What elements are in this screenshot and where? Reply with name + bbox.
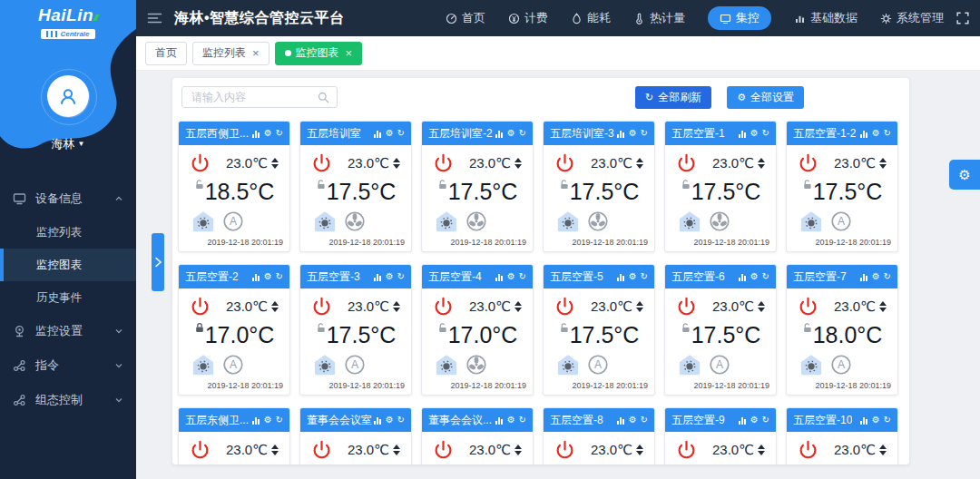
step-down-icon[interactable] [271,451,279,455]
chart-icon[interactable] [374,273,382,281]
step-down-icon[interactable] [514,451,522,455]
refresh-icon[interactable]: ↻ [397,129,405,138]
power-button[interactable] [312,297,331,316]
tab-home[interactable]: 首页 [145,42,187,65]
refresh-all-button[interactable]: ↻ 全部刷新 [635,86,711,109]
chart-icon[interactable] [739,130,747,138]
chart-icon[interactable] [495,130,504,138]
nav-item-base-data[interactable]: 基础数据 [794,10,858,26]
nav-item-central-control[interactable]: 集控 [708,6,771,30]
sidebar-item-device-info[interactable]: 设备信息 [0,181,136,216]
step-up-icon[interactable] [271,158,279,162]
nav-item-energy[interactable]: 能耗 [571,10,611,26]
step-down-icon[interactable] [879,308,887,312]
step-up-icon[interactable] [758,445,765,449]
tab-monitor-charts[interactable]: 监控图表× [275,42,363,65]
gear-icon[interactable]: ⚙ [507,272,515,281]
power-button[interactable] [555,297,574,316]
chart-icon[interactable] [860,273,868,281]
setpoint-stepper[interactable] [636,445,643,455]
step-up-icon[interactable] [393,301,400,306]
nav-item-home[interactable]: 首页 [446,10,485,26]
gear-icon[interactable]: ⚙ [264,129,272,138]
power-button[interactable] [312,440,331,459]
refresh-icon[interactable]: ↻ [397,272,405,281]
setpoint-stepper[interactable] [514,158,522,169]
step-up-icon[interactable] [393,158,400,162]
step-down-icon[interactable] [514,164,522,169]
panel-settings-button[interactable]: ⚙ [949,160,980,190]
gear-icon[interactable]: ⚙ [386,272,394,281]
setpoint-stepper[interactable] [879,301,887,312]
step-up-icon[interactable] [758,158,765,162]
power-button[interactable] [434,297,453,316]
refresh-icon[interactable]: ↻ [884,415,891,425]
chart-icon[interactable] [739,416,747,425]
setpoint-stepper[interactable] [758,445,765,455]
sidebar-item-monitor-settings[interactable]: 监控设置 [0,314,136,348]
refresh-icon[interactable]: ↻ [641,129,648,138]
setpoint-stepper[interactable] [514,301,522,312]
refresh-icon[interactable]: ↻ [762,129,769,138]
refresh-icon[interactable]: ↻ [641,415,648,425]
power-button[interactable] [677,153,696,172]
step-down-icon[interactable] [758,164,765,169]
fullscreen-icon[interactable] [956,12,969,24]
step-up-icon[interactable] [636,301,643,306]
step-down-icon[interactable] [393,164,400,169]
chart-icon[interactable] [617,273,625,281]
step-up-icon[interactable] [271,445,279,449]
gear-icon[interactable]: ⚙ [507,415,515,425]
step-down-icon[interactable] [271,308,279,312]
chart-icon[interactable] [252,130,260,138]
setpoint-stepper[interactable] [758,301,765,312]
gear-icon[interactable]: ⚙ [264,415,272,425]
hamburger-icon[interactable] [147,11,162,25]
gear-icon[interactable]: ⚙ [264,272,272,281]
setpoint-stepper[interactable] [879,445,887,455]
power-button[interactable] [555,440,574,459]
step-down-icon[interactable] [879,164,887,169]
chart-icon[interactable] [860,130,868,138]
gear-icon[interactable]: ⚙ [629,415,637,425]
step-down-icon[interactable] [879,451,887,455]
power-button[interactable] [434,153,453,172]
chart-icon[interactable] [860,416,868,425]
sidebar-item-commands[interactable]: 指令 [0,348,136,383]
power-button[interactable] [555,153,574,172]
chart-icon[interactable] [374,416,382,425]
sidebar-item-history-events[interactable]: 历史事件 [0,281,136,314]
power-button[interactable] [191,440,210,459]
refresh-icon[interactable]: ↻ [276,415,283,425]
chart-icon[interactable] [739,273,747,281]
nav-item-billing[interactable]: 计费 [508,10,548,26]
step-up-icon[interactable] [514,158,522,162]
step-down-icon[interactable] [514,308,522,312]
power-button[interactable] [799,440,818,459]
close-icon[interactable]: × [252,46,260,60]
chart-icon[interactable] [617,416,625,425]
chart-icon[interactable] [495,416,504,425]
setpoint-stepper[interactable] [758,158,765,169]
gear-icon[interactable]: ⚙ [872,129,880,138]
setpoint-stepper[interactable] [271,158,279,169]
refresh-icon[interactable]: ↻ [397,415,405,425]
sidebar-collapse-handle[interactable] [152,233,164,291]
chart-icon[interactable] [252,273,260,281]
refresh-icon[interactable]: ↻ [762,272,769,281]
power-button[interactable] [799,297,818,316]
step-up-icon[interactable] [879,158,887,162]
step-down-icon[interactable] [393,451,400,455]
step-down-icon[interactable] [271,164,279,169]
step-down-icon[interactable] [393,308,400,312]
step-down-icon[interactable] [758,308,765,312]
step-up-icon[interactable] [514,301,522,306]
step-up-icon[interactable] [879,301,887,306]
gear-icon[interactable]: ⚙ [872,415,880,425]
step-down-icon[interactable] [636,451,643,455]
step-up-icon[interactable] [271,301,279,306]
nav-item-heat-meter[interactable]: 热计量 [633,10,685,26]
gear-icon[interactable]: ⚙ [629,272,637,281]
setpoint-stepper[interactable] [636,158,643,169]
settings-all-button[interactable]: ⚙ 全部设置 [727,86,804,109]
